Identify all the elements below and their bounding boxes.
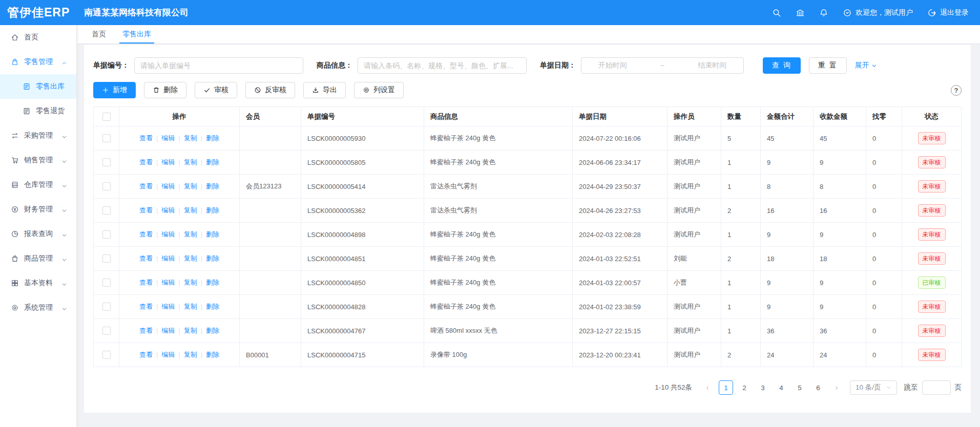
pagination-page-6[interactable]: 6 xyxy=(811,380,825,395)
pagination-next[interactable]: › xyxy=(829,380,844,395)
pagination-page-2[interactable]: 2 xyxy=(737,380,752,395)
row-action-edit[interactable]: 编辑 xyxy=(161,351,175,358)
row-action-edit[interactable]: 编辑 xyxy=(161,279,175,286)
search-button[interactable]: 查 询 xyxy=(763,57,801,74)
row-action-delete[interactable]: 删除 xyxy=(206,303,219,310)
row-action-view[interactable]: 查看 xyxy=(139,254,153,262)
jump-input[interactable] xyxy=(922,380,951,395)
row-action-delete[interactable]: 删除 xyxy=(206,158,219,166)
sidebar-item-bag-商品管理[interactable]: 商品管理 xyxy=(0,246,76,271)
row-action-view[interactable]: 查看 xyxy=(139,230,153,238)
sidebar-item-grid-基本资料[interactable]: 基本资料 xyxy=(0,271,76,295)
row-action-view[interactable]: 查看 xyxy=(139,206,153,214)
row-action-edit[interactable]: 编辑 xyxy=(161,158,175,166)
pagination-prev[interactable]: ‹ xyxy=(700,380,715,395)
reset-button[interactable]: 重 置 xyxy=(809,57,847,74)
row-checkbox[interactable] xyxy=(102,254,111,263)
row-checkbox[interactable] xyxy=(102,230,111,239)
row-action-copy[interactable]: 复制 xyxy=(184,182,197,190)
date-range-input[interactable]: 开始时间 ~ 结束时间 xyxy=(581,57,744,74)
row-checkbox[interactable] xyxy=(102,351,111,359)
column-header-会员: 会员 xyxy=(240,107,301,126)
row-checkbox[interactable] xyxy=(102,327,111,335)
row-checkbox[interactable] xyxy=(102,303,111,311)
action-separator: | xyxy=(201,279,202,286)
row-checkbox-cell xyxy=(94,151,119,175)
bell-icon[interactable] xyxy=(819,8,828,17)
add-button[interactable]: 新增 xyxy=(93,82,136,98)
row-action-view[interactable]: 查看 xyxy=(139,279,153,286)
sidebar-item-hdd-仓库管理[interactable]: 仓库管理 xyxy=(0,173,76,197)
delete-button[interactable]: 删除 xyxy=(144,82,186,98)
row-action-delete[interactable]: 删除 xyxy=(206,327,219,334)
row-action-view[interactable]: 查看 xyxy=(139,182,153,190)
row-action-copy[interactable]: 复制 xyxy=(184,206,197,214)
sidebar-item-cart-销售管理[interactable]: 销售管理 xyxy=(0,148,76,173)
row-action-copy[interactable]: 复制 xyxy=(184,351,197,358)
sidebar-item-home-首页[interactable]: 首页 xyxy=(0,25,76,50)
row-checkbox[interactable] xyxy=(102,134,111,142)
sidebar-item-swap-采购管理[interactable]: 采购管理 xyxy=(0,123,76,148)
column-settings-button[interactable]: 列设置 xyxy=(354,82,404,98)
help-icon[interactable]: ? xyxy=(951,85,962,96)
row-action-copy[interactable]: 复制 xyxy=(184,254,197,262)
row-action-copy[interactable]: 复制 xyxy=(184,158,197,166)
expand-link[interactable]: 展开 xyxy=(855,61,877,70)
row-action-view[interactable]: 查看 xyxy=(139,134,153,142)
select-all-checkbox[interactable] xyxy=(102,113,111,121)
product-input[interactable] xyxy=(358,57,527,74)
row-action-delete[interactable]: 删除 xyxy=(206,254,219,262)
search-icon[interactable] xyxy=(772,8,781,17)
row-action-delete[interactable]: 删除 xyxy=(206,279,219,286)
unaudit-button[interactable]: 反审核 xyxy=(245,82,295,98)
bank-icon[interactable] xyxy=(796,8,805,17)
row-action-edit[interactable]: 编辑 xyxy=(161,327,175,334)
row-action-copy[interactable]: 复制 xyxy=(184,327,197,334)
row-action-edit[interactable]: 编辑 xyxy=(161,303,175,310)
sidebar-item-doc-零售退货[interactable]: 零售退货 xyxy=(0,99,76,123)
row-action-copy[interactable]: 复制 xyxy=(184,230,197,238)
row-action-copy[interactable]: 复制 xyxy=(184,134,197,142)
row-action-edit[interactable]: 编辑 xyxy=(161,134,175,142)
sidebar-item-pie-报表查询[interactable]: 报表查询 xyxy=(0,222,76,246)
tab-零售出库[interactable]: 零售出库 xyxy=(114,25,159,44)
row-action-edit[interactable]: 编辑 xyxy=(161,182,175,190)
page-size-select[interactable]: 10 条/页 xyxy=(850,380,897,395)
column-header-金额合计: 金额合计 xyxy=(761,107,814,126)
row-action-edit[interactable]: 编辑 xyxy=(161,206,175,214)
row-action-view[interactable]: 查看 xyxy=(139,303,153,310)
tab-首页[interactable]: 首页 xyxy=(84,25,114,44)
row-action-view[interactable]: 查看 xyxy=(139,327,153,334)
row-action-edit[interactable]: 编辑 xyxy=(161,254,175,262)
cell-date: 2023-12-27 22:15:15 xyxy=(573,319,668,343)
pagination-page-3[interactable]: 3 xyxy=(756,380,770,395)
sidebar-item-shop-零售管理[interactable]: 零售管理 xyxy=(0,50,76,74)
row-action-delete[interactable]: 删除 xyxy=(206,230,219,238)
row-action-view[interactable]: 查看 xyxy=(139,158,153,166)
pagination-page-4[interactable]: 4 xyxy=(774,380,788,395)
date-end-placeholder: 结束时间 xyxy=(698,61,726,70)
row-checkbox[interactable] xyxy=(102,279,111,287)
row-action-edit[interactable]: 编辑 xyxy=(161,230,175,238)
sidebar-item-money-财务管理[interactable]: 财务管理 xyxy=(0,197,76,222)
row-action-copy[interactable]: 复制 xyxy=(184,303,197,310)
export-button[interactable]: 导出 xyxy=(303,82,346,98)
row-checkbox[interactable] xyxy=(102,182,111,190)
row-checkbox[interactable] xyxy=(102,158,111,166)
row-action-delete[interactable]: 删除 xyxy=(206,206,219,214)
row-action-delete[interactable]: 删除 xyxy=(206,134,219,142)
row-action-delete[interactable]: 删除 xyxy=(206,182,219,190)
sidebar-item-doc-零售出库[interactable]: 零售出库 xyxy=(0,74,76,99)
pagination-page-5[interactable]: 5 xyxy=(793,380,807,395)
bill-no-input[interactable] xyxy=(134,57,303,74)
audit-button[interactable]: 审核 xyxy=(195,82,237,98)
logout-button[interactable]: 退出登录 xyxy=(927,8,969,17)
row-action-view[interactable]: 查看 xyxy=(139,351,153,358)
welcome-user[interactable]: 欢迎您，测试用户 xyxy=(843,8,913,17)
pagination-page-1[interactable]: 1 xyxy=(719,380,733,395)
sidebar-item-gear-系统管理[interactable]: 系统管理 xyxy=(0,295,76,320)
table-row: 查看|编辑|复制|删除LSCK00000004828蜂蜜柚子茶 240g 黄色2… xyxy=(94,295,962,319)
row-checkbox[interactable] xyxy=(102,206,111,215)
row-action-delete[interactable]: 删除 xyxy=(206,351,219,358)
row-action-copy[interactable]: 复制 xyxy=(184,279,197,286)
